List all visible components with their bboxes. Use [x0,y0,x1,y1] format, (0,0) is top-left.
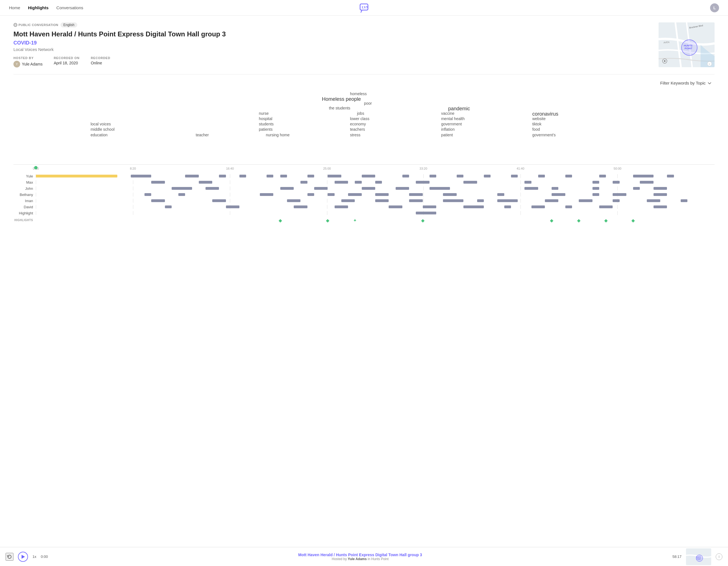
speech-bar[interactable] [328,175,341,177]
keyword-item[interactable]: pandemic [448,106,470,112]
speech-bar[interactable] [613,199,619,202]
speech-bar[interactable] [300,181,307,184]
keyword-item[interactable]: patient [441,133,453,137]
keyword-item[interactable]: mental health [441,116,465,121]
keyword-item[interactable]: government [441,122,462,126]
speech-bar[interactable] [335,181,348,184]
speech-bar[interactable] [226,205,239,208]
speech-bar[interactable] [667,175,674,177]
speech-bar[interactable] [416,212,436,214]
speech-bar[interactable] [552,187,558,190]
keyword-item[interactable]: homeless [350,92,367,96]
speech-bar[interactable] [633,175,654,177]
speech-bar[interactable] [409,193,423,196]
keyword-item[interactable]: coronavirus [532,111,558,117]
speech-bar[interactable] [654,187,667,190]
keyword-item[interactable]: economy [350,122,366,126]
speech-bar[interactable] [206,187,219,190]
topic-tag[interactable]: COVID-19 [13,40,653,46]
keyword-item[interactable]: education [90,133,108,137]
highlight-marker[interactable]: ◆ [421,218,424,223]
speech-bar[interactable] [484,175,491,177]
keyword-item[interactable]: teachers [350,127,365,132]
highlight-marker[interactable]: ◆ [604,218,608,223]
speech-bar[interactable] [307,175,314,177]
nav-conversations[interactable]: Conversations [56,5,83,10]
highlight-marker[interactable]: ◆ [279,218,282,223]
speech-bar[interactable] [172,187,192,190]
speech-bar[interactable] [416,181,429,184]
speech-bar[interactable] [151,181,165,184]
speech-bar[interactable] [314,187,328,190]
speech-bar[interactable] [375,193,389,196]
speech-bar[interactable] [239,175,246,177]
speech-bar[interactable] [579,199,592,202]
speech-bar[interactable] [599,205,613,208]
speech-bar[interactable] [355,181,361,184]
speech-bar[interactable] [423,205,436,208]
speech-bar[interactable] [504,205,511,208]
speech-bar[interactable] [545,199,558,202]
speech-bar[interactable] [151,199,165,202]
keyword-item[interactable]: patients [259,127,272,132]
speech-bar[interactable] [328,193,334,196]
speech-bar[interactable] [341,199,355,202]
highlight-marker[interactable]: ◆ [550,218,553,223]
speech-bar[interactable] [443,193,456,196]
highlight-marker[interactable]: ◆ [326,218,329,223]
speech-bar[interactable] [592,187,599,190]
speech-bar[interactable] [260,193,273,196]
speech-bar[interactable] [335,205,348,208]
speech-bar[interactable] [212,199,226,202]
speech-bar[interactable] [443,199,463,202]
speech-bar[interactable] [280,175,287,177]
speech-bar[interactable] [654,193,667,196]
keyword-item[interactable]: nursing home [266,133,290,137]
speech-bar[interactable] [497,193,504,196]
user-avatar[interactable]: L [710,3,719,12]
keyword-item[interactable]: teacher [196,133,209,137]
highlight-marker[interactable]: ✦ [353,218,357,223]
speech-bar[interactable] [348,193,361,196]
speech-bar[interactable] [640,181,653,184]
speech-bar[interactable] [294,205,307,208]
speech-bar[interactable] [565,175,572,177]
keyword-item[interactable]: students [259,122,274,126]
speech-bar[interactable] [681,199,687,202]
speech-bar[interactable] [396,187,409,190]
speech-bar[interactable] [36,175,117,177]
speech-bar[interactable] [131,175,151,177]
keyword-item[interactable]: stress [350,133,360,137]
speech-bar[interactable] [430,187,450,190]
speech-bar[interactable] [144,193,151,196]
speech-bar[interactable] [165,205,172,208]
speech-bar[interactable] [287,199,300,202]
speech-bar[interactable] [178,193,185,196]
speech-bar[interactable] [402,175,409,177]
speech-bar[interactable] [409,199,423,202]
highlight-marker[interactable]: ◆ [631,218,635,223]
speech-bar[interactable] [633,187,640,190]
keyword-item[interactable]: lower class [350,116,369,121]
speech-bar[interactable] [497,199,518,202]
speech-bar[interactable] [599,175,606,177]
speech-bar[interactable] [375,181,382,184]
keyword-item[interactable]: nurse [259,111,269,116]
keyword-item[interactable]: tiktok [532,122,542,126]
keyword-item[interactable]: local voices [90,122,111,126]
speech-bar[interactable] [538,175,545,177]
speech-bar[interactable] [613,181,619,184]
nav-highlights[interactable]: Highlights [28,5,48,10]
speech-bar[interactable] [565,205,572,208]
speech-bar[interactable] [199,181,212,184]
speech-bar[interactable] [592,181,599,184]
speech-bar[interactable] [362,187,375,190]
speech-bar[interactable] [613,193,626,196]
speech-bar[interactable] [389,205,402,208]
keyword-item[interactable]: middle school [90,127,115,132]
speech-bar[interactable] [280,187,294,190]
keyword-item[interactable]: inflation [441,127,454,132]
speech-bar[interactable] [654,205,667,208]
nav-home[interactable]: Home [9,5,20,10]
highlight-marker[interactable]: ◆ [577,218,580,223]
